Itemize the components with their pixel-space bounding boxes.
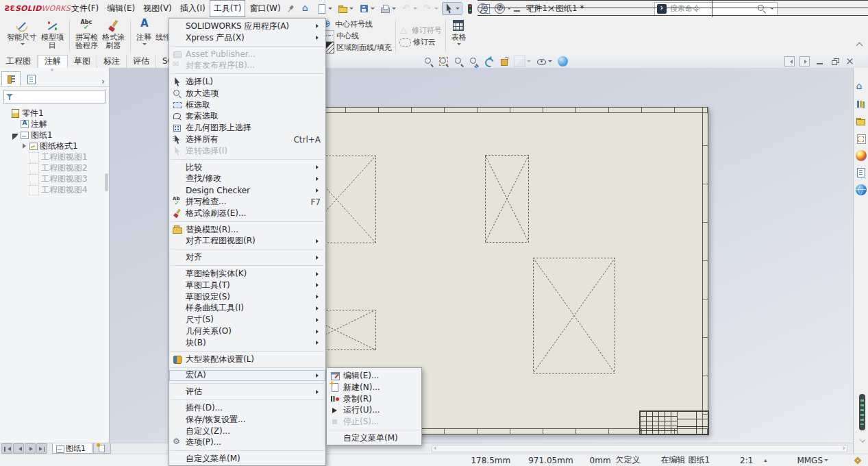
macro-menu-item[interactable]: 编辑(E)... xyxy=(327,370,421,382)
tools-menu-item[interactable]: 几何关系(O) xyxy=(169,326,325,337)
window-close-icon[interactable] xyxy=(845,56,855,66)
tools-menu-item[interactable]: 对齐工程图视图(R) xyxy=(169,236,325,247)
tools-menu-item[interactable]: 比较 xyxy=(169,162,325,173)
ribbon-tab[interactable]: 注解 xyxy=(38,55,68,68)
close-icon[interactable] xyxy=(546,3,556,14)
horizontal-scrollbar[interactable] xyxy=(432,445,847,452)
tree-filter-input[interactable] xyxy=(16,91,103,103)
ribbon-small-button[interactable]: 区域剖面线/填充 xyxy=(323,42,392,53)
menubar-item[interactable]: 工具(T) xyxy=(210,0,246,17)
sheet-nav-prev-button[interactable] xyxy=(13,443,24,454)
dropdown-caret[interactable] xyxy=(434,8,438,12)
window-prev-icon[interactable] xyxy=(784,56,795,66)
dropdown-caret[interactable] xyxy=(548,60,552,64)
redo-button[interactable] xyxy=(421,2,441,15)
print-button[interactable] xyxy=(378,2,399,15)
ribbon-button[interactable]: 格式涂 刷器 xyxy=(100,17,127,55)
zoom-in-out-button[interactable] xyxy=(453,56,464,66)
macro-menu-item[interactable]: 自定义菜单(M) xyxy=(327,432,421,444)
dropdown-caret[interactable] xyxy=(527,60,531,64)
tools-menu-item[interactable]: SOLIDWORKS 应用程序(A) xyxy=(169,21,325,32)
tools-menu-item[interactable]: 保存/恢复设置... xyxy=(169,414,325,426)
user-icon[interactable] xyxy=(478,3,488,14)
tools-menu-item[interactable]: 草图绘制实体(K) xyxy=(169,268,325,280)
zoom-area-button[interactable] xyxy=(438,56,449,66)
pin-menubar-icon[interactable] xyxy=(283,1,297,16)
tree-expander-icon[interactable] xyxy=(21,143,27,149)
view-settings-button[interactable] xyxy=(557,56,569,66)
tools-menu-item[interactable]: 尺寸(S) xyxy=(169,314,325,326)
tree-item[interactable]: 注解 xyxy=(0,119,109,130)
minimize-icon[interactable] xyxy=(512,3,522,14)
title-block[interactable] xyxy=(639,410,709,435)
zoom-fit-button[interactable] xyxy=(423,56,434,66)
tree-item[interactable]: 工程图视图3 xyxy=(0,173,109,184)
sheet-nav-next-button[interactable] xyxy=(25,443,36,454)
tools-menu-item[interactable]: 大型装配体设置(L) xyxy=(169,354,325,365)
tab-property-manager[interactable] xyxy=(21,71,40,86)
menubar-item[interactable]: 编辑(E) xyxy=(103,0,139,17)
ribbon-small-button[interactable]: 中心线 xyxy=(323,31,392,42)
resources-home-icon[interactable] xyxy=(856,82,867,93)
ribbon-tab[interactable]: 标注 xyxy=(97,55,127,68)
tools-menu-item[interactable]: 选项(P)... xyxy=(169,437,325,449)
ribbon-collapse-icon[interactable] xyxy=(856,41,863,47)
sheet-tab[interactable]: 图纸1 xyxy=(52,443,92,454)
ribbon-tab[interactable]: 工程图 xyxy=(0,55,38,68)
tools-menu-item[interactable]: 对齐 xyxy=(169,252,325,263)
tools-menu-item[interactable]: 草图工具(T) xyxy=(169,280,325,291)
tree-item[interactable]: 零件1 xyxy=(0,108,109,119)
design-library-icon[interactable] xyxy=(856,99,867,110)
save-button[interactable] xyxy=(357,2,377,15)
sheet-nav-first-button[interactable] xyxy=(1,443,12,454)
panel-splitter-grip[interactable] xyxy=(105,173,108,191)
status-units[interactable]: MMGS xyxy=(797,456,823,465)
tab-feature-tree[interactable] xyxy=(1,71,21,86)
home-button[interactable] xyxy=(299,2,314,15)
ribbon-small-button[interactable]: 中心符号线 xyxy=(323,19,392,30)
drawing-view-placeholder[interactable] xyxy=(485,155,529,243)
menubar-item[interactable]: 插入(I) xyxy=(176,0,210,17)
dropdown-caret[interactable] xyxy=(456,8,460,12)
display-style-button[interactable] xyxy=(513,56,532,67)
scroll-down-chevron[interactable] xyxy=(859,437,866,443)
zoom-selection-button[interactable] xyxy=(468,56,480,66)
sheet-nav-last-button[interactable] xyxy=(36,443,47,454)
status-expand-icon[interactable]: ▴ xyxy=(764,457,767,463)
tools-menu-item[interactable]: Design Checker xyxy=(169,184,325,196)
ribbon-button[interactable]: 智能尺寸 xyxy=(5,17,39,55)
new-doc-button[interactable] xyxy=(314,2,335,15)
tools-menu-item[interactable]: 在几何图形上选择 xyxy=(169,122,325,134)
3d-drawing-view-button[interactable] xyxy=(498,56,510,66)
ribbon-button[interactable]: 表格 xyxy=(449,17,469,55)
tools-menu-item[interactable]: Xpress 产品(X) xyxy=(169,32,325,44)
tools-menu-item[interactable]: 评估 xyxy=(169,386,325,397)
tag-icon[interactable] xyxy=(852,455,863,465)
hide-show-items-button[interactable] xyxy=(536,56,554,66)
window-next-icon[interactable] xyxy=(799,56,810,66)
dropdown-caret[interactable] xyxy=(371,8,375,12)
menubar-item[interactable]: 窗口(W) xyxy=(245,0,284,17)
macro-menu-item[interactable]: 新建(N)... xyxy=(327,382,421,393)
menubar-item[interactable]: 文件(F) xyxy=(67,0,103,17)
dropdown-caret[interactable] xyxy=(413,8,417,12)
custom-properties-icon[interactable] xyxy=(856,167,867,178)
tools-menu-item[interactable]: 选择(L) xyxy=(169,76,325,88)
tools-menu-item[interactable]: 自定义菜单(M) xyxy=(169,453,325,465)
tools-menu-item[interactable]: 样条曲线工具(I) xyxy=(169,303,325,315)
tools-menu-item[interactable]: 宏(A) xyxy=(169,370,325,382)
tools-menu-item[interactable]: 框选取 xyxy=(169,99,325,111)
ribbon-tab[interactable]: 草图 xyxy=(68,55,97,68)
tools-menu-item[interactable]: 替换模型(R)... xyxy=(169,224,325,236)
ribbon-small-button[interactable]: 修订云 xyxy=(399,36,442,47)
tree-item[interactable]: 工程图视图1 xyxy=(0,151,109,162)
help-icon[interactable] xyxy=(495,3,505,14)
panel-splitter-knob[interactable] xyxy=(51,69,53,71)
tools-menu-item[interactable]: 套索选取 xyxy=(169,111,325,123)
tree-item[interactable]: 图纸格式1 xyxy=(0,140,109,151)
tree-expander-icon[interactable] xyxy=(12,132,18,138)
dropdown-caret[interactable] xyxy=(457,43,461,47)
tools-menu-item[interactable]: 草图设定(S) xyxy=(169,291,325,303)
window-minimize-icon[interactable] xyxy=(815,56,825,66)
window-restore-icon[interactable] xyxy=(830,56,840,66)
